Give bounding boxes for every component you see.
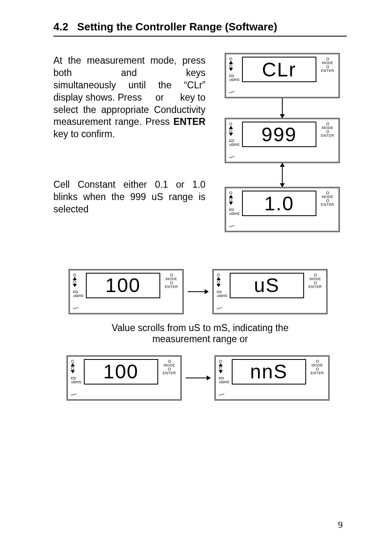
led-icon: [217, 281, 220, 283]
enter-label: ENTER: [163, 371, 176, 375]
caption-text: Value scrolls from uS to mS, indicating …: [101, 322, 299, 345]
device-row-1: uS/mS 100 MODE ENTER: [49, 269, 347, 314]
lcd-screen: 1.0: [242, 191, 316, 216]
enter-label: ENTER: [321, 203, 334, 207]
usms-label: uS/mS: [229, 212, 240, 216]
led-icon: [316, 368, 319, 371]
usms-label: uS/mS: [229, 78, 240, 82]
p1-f: key to confirm.: [53, 129, 115, 139]
device-panel-999: uS/mS 999 MODE ENTER: [225, 118, 340, 163]
left-icon-stack: uS/mS: [229, 57, 240, 82]
device-panel-us: uS/mS uS MODE ENTER: [212, 269, 327, 314]
led-icon: [316, 360, 319, 363]
led-icon: [73, 281, 76, 283]
usms-label: uS/mS: [219, 380, 229, 384]
led-icon: [71, 367, 74, 370]
right-icon-stack: MODE ENTER: [319, 57, 336, 73]
up-arrow-icon: [71, 363, 75, 366]
usms-label: uS/mS: [71, 380, 81, 384]
right-icon-stack: MODE ENTER: [319, 122, 336, 138]
p1-d: or: [155, 92, 164, 103]
mode-label: MODE: [309, 277, 321, 281]
page-number: 9: [338, 520, 343, 530]
lcd-screen: 100: [86, 273, 160, 298]
usms-label: uS/mS: [73, 294, 83, 298]
enter-label: ENTER: [309, 285, 322, 289]
up-arrow-icon: [219, 363, 223, 366]
led-icon: [314, 274, 317, 276]
down-arrow-icon: [229, 68, 233, 71]
heading-number: 4.2: [53, 21, 68, 33]
left-icon-stack: uS/mS: [71, 359, 81, 384]
arrow-right-icon: [188, 291, 208, 292]
arrow-right-icon: [186, 378, 210, 378]
bar-icon: [73, 291, 78, 293]
led-icon: [326, 191, 329, 194]
mode-label: MODE: [322, 195, 333, 199]
led-icon: [73, 274, 76, 276]
device-panel-100a: uS/mS 100 MODE ENTER: [69, 269, 184, 314]
led-icon: [326, 130, 329, 133]
down-arrow-icon: [229, 133, 233, 136]
mode-label: MODE: [311, 363, 323, 367]
led-icon: [326, 199, 329, 202]
p1-b: and: [121, 67, 137, 78]
arrow-down-icon: [282, 98, 283, 118]
bar-icon: [229, 140, 234, 142]
led-icon: [229, 122, 232, 125]
led-icon: [71, 360, 74, 363]
device-panel-clr: uS/mS CLr MODE ENTER: [225, 53, 340, 98]
device-panel-1-0: uS/mS 1.0 MODE ENTER: [225, 187, 340, 232]
mode-label: MODE: [322, 126, 333, 130]
led-icon: [170, 281, 173, 284]
mode-label: MODE: [164, 363, 175, 367]
enter-label: ENTER: [321, 69, 334, 73]
bar-icon: [219, 377, 224, 379]
bar-icon: [229, 75, 234, 77]
lcd-screen: CLr: [242, 57, 316, 82]
down-arrow-icon: [71, 370, 75, 373]
lcd-screen: nnS: [232, 359, 306, 385]
led-icon: [229, 191, 232, 194]
right-icon-stack: MODE ENTER: [309, 359, 326, 375]
strike-icon: [219, 394, 224, 396]
lcd-screen: uS: [230, 273, 304, 298]
right-icon-stack: MODE ENTER: [307, 273, 324, 289]
enter-label: ENTER: [311, 371, 324, 375]
led-icon: [217, 274, 220, 276]
usms-label: uS/mS: [217, 294, 227, 298]
strike-icon: [73, 307, 78, 309]
led-icon: [168, 368, 171, 371]
lcd-screen: 100: [84, 359, 158, 385]
led-icon: [229, 129, 232, 132]
left-icon-stack: uS/mS: [73, 273, 83, 298]
led-icon: [168, 360, 171, 363]
bar-icon: [217, 291, 221, 293]
led-icon: [219, 360, 222, 363]
led-icon: [326, 65, 329, 68]
strike-icon: [229, 156, 235, 158]
right-icon-stack: MODE ENTER: [161, 359, 178, 375]
strike-icon: [229, 225, 235, 227]
left-icon-stack: uS/mS: [229, 191, 240, 216]
left-icon-stack: uS/mS: [219, 359, 229, 384]
heading-text: Setting the Controller Range (Software): [77, 21, 277, 33]
device-row-2: uS/mS 100 MODE ENTER: [49, 355, 347, 401]
left-icon-stack: uS/mS: [229, 122, 240, 147]
bar-icon: [229, 209, 234, 211]
led-icon: [229, 64, 232, 67]
up-arrow-icon: [229, 195, 233, 198]
strike-icon: [229, 91, 235, 93]
up-arrow-icon: [217, 277, 221, 280]
arrow-updown-icon: [282, 163, 283, 187]
led-icon: [170, 274, 173, 276]
led-icon: [326, 122, 329, 125]
led-icon: [314, 281, 317, 284]
mode-label: MODE: [322, 61, 333, 65]
mode-label: MODE: [166, 277, 177, 281]
left-icon-stack: uS/mS: [217, 273, 227, 298]
section-heading: 4.2 Setting the Controller Range (Softwa…: [53, 21, 347, 37]
lcd-screen: 999: [242, 122, 316, 147]
enter-label: ENTER: [165, 285, 178, 289]
led-icon: [326, 58, 329, 60]
